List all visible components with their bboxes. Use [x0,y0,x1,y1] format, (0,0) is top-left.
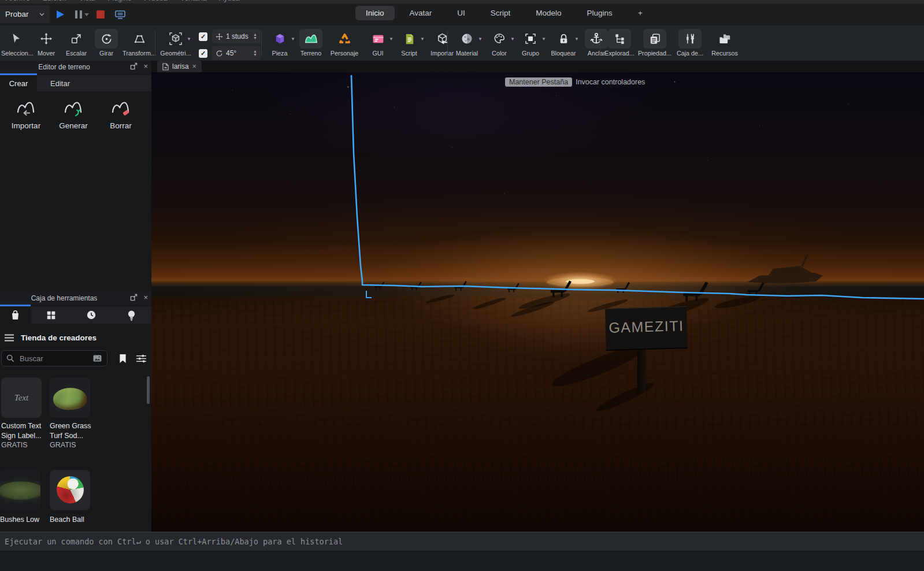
filter-button[interactable] [133,350,149,366]
toolbox-button[interactable]: Caja de... [674,29,706,57]
material-button[interactable]: ▼ Material [451,29,483,57]
asset-thumbnail[interactable]: Text [1,377,42,418]
tab-add[interactable]: + [628,6,653,20]
rotate-tool-button[interactable]: Girar [91,29,121,57]
viewport-tab-larisa[interactable]: larisa × [157,61,202,72]
asset-thumbnail[interactable] [0,470,40,510]
tab-script[interactable]: Script [480,6,521,20]
asset-item-custom-text-sign[interactable]: Text Custom Text Sign Label... GRATIS [1,377,47,450]
sign-post[interactable] [637,347,646,391]
dropdown-caret[interactable]: ▼ [478,36,483,42]
move-snap-checkbox[interactable]: ✓ [199,32,207,41]
transform-tool-button[interactable]: Transform... [121,29,157,57]
menu-ventana[interactable]: Ventana [180,0,207,2]
play-icon[interactable] [53,8,67,21]
part-button[interactable]: ▼ Pieza [265,29,295,57]
lightbulb-icon [127,310,136,321]
asset-thumbnail[interactable] [50,470,90,510]
rotate-snap-stepper[interactable]: 45° ▲▼ [212,46,261,60]
color-button[interactable]: ▼ Color [484,29,514,57]
scale-tool-button[interactable]: Escalar [61,29,91,57]
move-snap-stepper[interactable]: 1 studs ▲▼ [212,29,261,43]
tab-editar[interactable]: Editar [37,75,83,91]
close-panel-icon[interactable]: × [143,62,148,70]
quick-toolbar: Probar Inicio Avatar UI Script Modelo Pl… [0,3,924,26]
gui-button[interactable]: ▼ GUI [363,29,393,57]
close-tab-icon[interactable]: × [192,62,196,71]
terrain-button[interactable]: Terreno [296,29,326,57]
character-button[interactable]: Personaje [327,29,362,57]
terrain-clear-button[interactable]: Borrar [97,95,144,130]
command-bar[interactable]: Ejecutar un comando con Ctrl↵ o usar Ctr… [0,532,924,551]
dropdown-caret[interactable]: ▼ [291,36,295,42]
asset-item-beach-ball[interactable]: Beach Ball [50,470,96,525]
select-tool-button[interactable]: Seleccion... [1,29,31,57]
device-emulator-icon[interactable] [113,8,127,21]
close-panel-icon[interactable]: × [143,294,148,301]
status-strip [0,551,924,571]
asset-thumbnail[interactable] [50,377,90,418]
hamburger-menu-icon[interactable] [5,334,14,342]
tab-creations[interactable] [112,306,151,324]
material-sphere-icon [460,32,474,46]
tab-crear[interactable]: Crear [0,75,37,91]
float-panel-icon[interactable] [130,62,138,70]
cursor-icon [10,32,23,45]
menu-vista[interactable]: Vista [79,0,95,2]
menu-plugins[interactable]: Plugins [107,0,131,2]
dropdown-caret[interactable]: ▼ [389,36,394,42]
dropdown-caret[interactable]: ▼ [420,36,425,42]
toolbox-header[interactable]: Caja de herramientas × [0,292,151,305]
move-snap-arrows[interactable]: ▲▼ [253,33,257,40]
menu-edicion[interactable]: Edición [43,0,66,2]
asset-item-green-grass[interactable]: Green Grass Turf Sod... GRATIS [50,377,96,450]
menu-prueba[interactable]: Prueba [144,0,167,2]
tab-marketplace[interactable] [0,306,31,324]
tab-ui[interactable]: UI [447,6,476,20]
dropdown-caret[interactable]: ▼ [187,36,191,42]
terrain-generate-button[interactable]: Generar [50,95,97,130]
geometric-mode-button[interactable]: ▼ Geométri... [157,29,194,57]
toolbox-scrollbar[interactable] [147,376,150,404]
group-button[interactable]: ▼ Grupo [515,29,546,57]
tab-inventory[interactable] [31,306,71,324]
pause-options-caret[interactable] [83,8,90,21]
image-search-icon[interactable] [93,355,102,362]
stop-icon[interactable] [94,8,107,21]
properties-button[interactable]: Propiedad... [637,29,672,57]
explorer-button[interactable]: Explorad... [603,29,636,57]
transform-icon [133,32,146,46]
terrain-editor-header[interactable]: Editor de terreno × [0,61,151,73]
rotate-snap-checkbox[interactable]: ✓ [199,49,207,58]
tab-plugins[interactable]: Plugins [577,6,623,20]
tab-recent[interactable] [71,306,112,324]
price-label: GRATIS [1,440,47,450]
tab-inicio[interactable]: Inicio [355,6,395,20]
chevron-down-icon [39,13,44,16]
dropdown-caret[interactable]: ▼ [574,36,579,42]
test-mode-dropdown[interactable]: Probar [0,5,50,23]
rotate-snap-arrows[interactable]: ▲▼ [253,50,257,57]
ribbon-group-select: Seleccion... Mover Escalar Girar [1,25,157,61]
viewport-3d-scene[interactable]: GAMEZITI Mantener Pestaña Invocar contro… [151,72,924,532]
asset-item-bushes-low[interactable]: Bushes Low [0,470,46,525]
search-field[interactable] [18,354,89,364]
script-button[interactable]: ▼ Script [394,29,424,57]
tab-avatar[interactable]: Avatar [399,6,443,20]
tab-modelo[interactable]: Modelo [525,6,572,20]
search-input[interactable] [1,350,107,366]
saved-items-button[interactable] [114,350,131,366]
dropdown-caret[interactable]: ▼ [541,36,546,42]
gameziti-sign[interactable]: GAMEZITI [605,306,688,351]
terrain-import-button[interactable]: Importar [2,95,50,130]
terrain-actions: Importar Generar Borrar [2,95,144,130]
move-tool-button[interactable]: Mover [31,29,61,57]
menu-ayuda[interactable]: Ayuda [219,0,239,2]
assets-button[interactable]: Recursos [708,29,741,57]
dropdown-caret[interactable]: ▼ [510,36,515,42]
lock-button[interactable]: ▼ Bloquear [547,29,580,57]
store-heading: Tienda de creadores [5,333,97,342]
float-panel-icon[interactable] [130,294,138,301]
hint-keybind-badge: Mantener Pestaña [505,77,572,87]
menu-archivo[interactable]: Archivo [6,0,30,2]
